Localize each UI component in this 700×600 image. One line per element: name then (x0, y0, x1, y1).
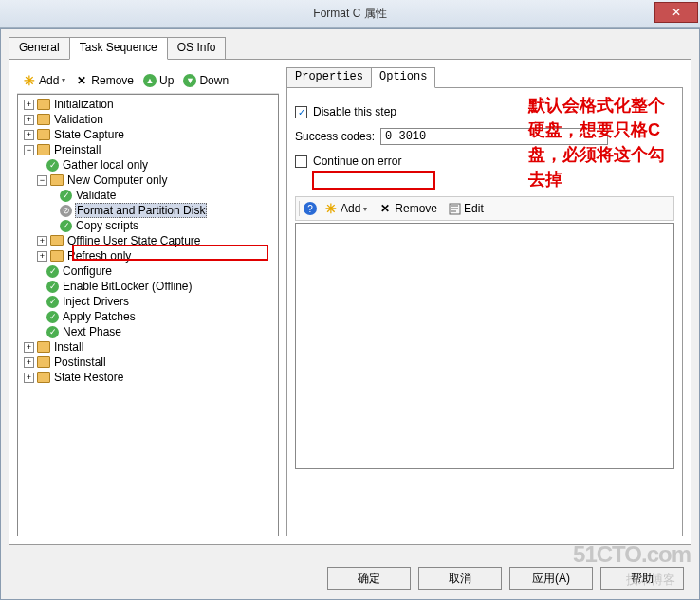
tree-item[interactable]: Configure (62, 264, 113, 278)
remove-label: Remove (91, 74, 134, 87)
tree-item[interactable]: Next Phase (62, 325, 122, 338)
cancel-button[interactable]: 取消 (418, 567, 502, 590)
condition-list[interactable] (295, 223, 674, 469)
up-button[interactable]: ▲ Up (139, 72, 177, 89)
apply-button[interactable]: 应用(A) (509, 567, 593, 590)
add-button[interactable]: ✳ Add ▾ (19, 72, 69, 89)
disabled-icon: ⊘ (60, 205, 72, 217)
main-tabs: General Task Sequence OS Info (9, 37, 691, 60)
dropdown-icon: ▾ (363, 205, 367, 213)
tree-item[interactable]: Install (53, 340, 84, 354)
help-button[interactable]: 帮助 (600, 567, 684, 590)
sub-tabs: Properties Options (286, 67, 683, 88)
tab-properties[interactable]: Properties (286, 67, 372, 88)
tree-item[interactable]: Offline User State Capture (66, 234, 202, 247)
remove-button[interactable]: ✕ Remove (71, 72, 138, 89)
tab-general[interactable]: General (9, 37, 70, 60)
tree-item[interactable]: Postinstall (53, 355, 107, 369)
expand-icon[interactable]: + (24, 357, 34, 368)
tree-item[interactable]: New Computer only (66, 173, 168, 187)
cond-add-button[interactable]: ✳ Add ▾ (321, 200, 371, 217)
tree-item[interactable]: Initialization (53, 98, 115, 111)
check-icon: ✓ (46, 159, 59, 172)
task-sequence-panel: ✳ Add ▾ ✕ Remove ▲ Up ▼ Down +Init (9, 59, 691, 545)
tree-item[interactable]: Apply Patches (62, 310, 137, 323)
tree-item[interactable]: Refresh only (66, 249, 132, 263)
left-pane: ✳ Add ▾ ✕ Remove ▲ Up ▼ Down +Init (17, 67, 279, 536)
close-button[interactable]: ✕ (654, 2, 698, 23)
folder-icon (37, 341, 50, 353)
expand-icon[interactable]: + (37, 251, 47, 262)
continue-on-error-checkbox[interactable] (295, 155, 307, 168)
task-tree[interactable]: +Initialization +Validation +State Captu… (17, 94, 279, 536)
expand-icon[interactable]: + (24, 342, 34, 353)
expand-icon[interactable]: + (24, 130, 34, 140)
options-panel: ✓ Disable this step Success codes: Conti… (286, 87, 683, 536)
cond-remove-button[interactable]: ✕ Remove (375, 200, 441, 217)
tree-item[interactable]: Inject Drivers (62, 295, 130, 308)
remove-icon: ✕ (378, 202, 392, 215)
remove-icon: ✕ (75, 74, 88, 87)
tree-item-format-partition[interactable]: Format and Partition Disk (75, 203, 207, 218)
check-icon: ✓ (60, 220, 72, 232)
expand-icon[interactable]: + (24, 373, 34, 383)
folder-icon (50, 174, 64, 186)
tree-item[interactable]: State Capture (53, 128, 125, 141)
tab-options[interactable]: Options (371, 67, 435, 88)
cond-edit-button[interactable]: Edit (445, 200, 488, 217)
folder-icon (37, 356, 50, 368)
ok-button[interactable]: 确定 (327, 567, 411, 590)
expand-icon[interactable]: + (37, 236, 47, 246)
folder-icon (37, 114, 50, 125)
folder-icon (37, 372, 50, 383)
help-icon[interactable]: ? (304, 202, 317, 215)
expand-icon[interactable]: + (24, 115, 34, 125)
dialog-body: General Task Sequence OS Info ✳ Add ▾ ✕ … (0, 28, 700, 600)
tree-item[interactable]: Enable BitLocker (Offline) (62, 280, 193, 293)
window-title: Format C 属性 (0, 6, 700, 22)
folder-icon (50, 250, 64, 262)
titlebar: Format C 属性 ✕ (0, 0, 700, 28)
disable-step-checkbox[interactable]: ✓ (295, 106, 307, 118)
dialog-buttons: 确定 取消 应用(A) 帮助 (327, 567, 684, 590)
check-icon: ✓ (60, 190, 72, 202)
tab-task-sequence[interactable]: Task Sequence (69, 37, 168, 60)
annotation-text: 默认会格式化整个硬盘，想要只格C盘，必须将这个勾去掉 (528, 93, 671, 191)
tree-item[interactable]: Copy scripts (75, 219, 139, 232)
collapse-icon[interactable]: − (24, 145, 34, 155)
tree-item[interactable]: Validation (53, 113, 104, 126)
check-icon: ✓ (46, 311, 59, 323)
disable-step-label: Disable this step (313, 105, 396, 118)
tree-item[interactable]: State Restore (53, 371, 124, 384)
check-icon: ✓ (46, 326, 59, 338)
tab-os-info[interactable]: OS Info (167, 37, 227, 60)
close-icon: ✕ (672, 6, 681, 19)
folder-icon (37, 129, 50, 140)
tree-item[interactable]: Gather local only (62, 158, 149, 172)
check-icon: ✓ (46, 281, 59, 293)
expand-icon[interactable]: + (24, 100, 34, 110)
cond-add-label: Add (341, 202, 360, 215)
folder-icon (37, 99, 50, 110)
add-icon: ✳ (23, 74, 36, 87)
success-codes-label: Success codes: (295, 130, 375, 143)
tree-item[interactable]: Validate (75, 189, 117, 202)
folder-icon (37, 144, 50, 155)
add-label: Add (39, 74, 59, 87)
folder-icon (50, 235, 64, 246)
separator (299, 201, 300, 216)
condition-toolbar: ? ✳ Add ▾ ✕ Remove Edit (295, 196, 674, 221)
down-label: Down (199, 74, 229, 87)
cond-remove-label: Remove (395, 202, 437, 215)
edit-icon (449, 203, 461, 215)
check-icon: ✓ (46, 296, 59, 308)
tree-toolbar: ✳ Add ▾ ✕ Remove ▲ Up ▼ Down (17, 67, 279, 94)
dropdown-icon: ▾ (62, 76, 65, 84)
collapse-icon[interactable]: − (37, 175, 47, 186)
down-icon: ▼ (183, 74, 196, 87)
tree-item[interactable]: Preinstall (53, 143, 101, 156)
check-icon: ✓ (46, 265, 59, 278)
up-icon: ▲ (143, 74, 157, 87)
down-button[interactable]: ▼ Down (179, 72, 232, 89)
add-icon: ✳ (324, 202, 338, 215)
